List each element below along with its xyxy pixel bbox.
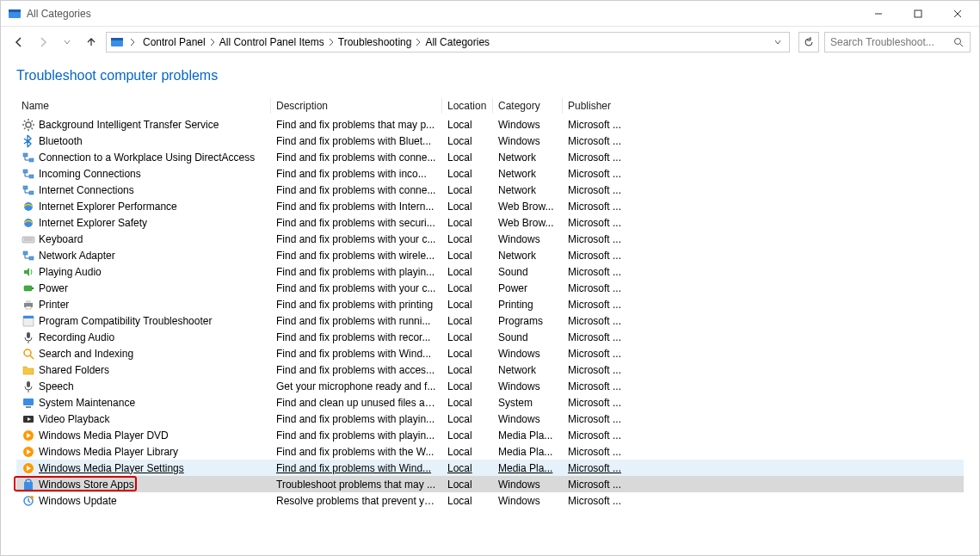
- row-name: Recording Audio: [39, 331, 114, 343]
- row-publisher: Microsoft ...: [563, 233, 627, 245]
- row-publisher: Microsoft ...: [563, 380, 627, 392]
- table-row[interactable]: Shared FoldersFind and fix problems with…: [16, 361, 964, 378]
- up-button[interactable]: [82, 33, 101, 52]
- table-row[interactable]: Playing AudioFind and fix problems with …: [16, 263, 964, 280]
- row-name: Bluetooth: [39, 135, 83, 147]
- row-description: Find and fix problems with securi...: [271, 217, 442, 229]
- row-category: System: [493, 397, 563, 409]
- table-row[interactable]: PrinterFind and fix problems with printi…: [16, 296, 964, 312]
- row-location: Local: [442, 201, 493, 213]
- breadcrumb: Control PanelAll Control Panel ItemsTrou…: [141, 36, 767, 48]
- row-location: Local: [442, 462, 493, 474]
- row-name: Internet Explorer Performance: [39, 201, 177, 213]
- svg-rect-35: [26, 300, 31, 303]
- table-row[interactable]: KeyboardFind and fix problems with your …: [16, 231, 964, 247]
- table-row[interactable]: Windows Store AppsTroubleshoot problems …: [16, 476, 964, 492]
- row-name: Keyboard: [39, 233, 83, 245]
- table-row[interactable]: Video PlaybackFind and fix problems with…: [16, 411, 964, 427]
- row-description: Find and fix problems with conne...: [271, 184, 442, 196]
- refresh-button[interactable]: [798, 32, 819, 53]
- address-bar[interactable]: Control PanelAll Control Panel ItemsTrou…: [106, 32, 790, 53]
- table-row[interactable]: Windows Media Player LibraryFind and fix…: [16, 443, 964, 460]
- table-row[interactable]: BluetoothFind and fix problems with Blue…: [16, 133, 964, 149]
- svg-rect-32: [24, 286, 32, 291]
- row-description: Find and fix problems with playin...: [271, 266, 442, 278]
- row-location: Local: [442, 299, 493, 311]
- table-row[interactable]: Internet Explorer SafetyFind and fix pro…: [16, 214, 964, 231]
- svg-line-17: [24, 127, 26, 129]
- search-input[interactable]: Search Troubleshoot...: [824, 32, 971, 53]
- svg-rect-1: [9, 9, 21, 12]
- row-name: Internet Connections: [39, 184, 134, 196]
- row-name: Program Compatibility Troubleshooter: [39, 315, 212, 327]
- recent-dropdown[interactable]: [58, 33, 77, 52]
- table-row[interactable]: System MaintenanceFind and clean up unus…: [16, 394, 964, 411]
- row-publisher: Microsoft ...: [563, 446, 627, 458]
- row-description: Find and fix problems with playin...: [271, 429, 442, 442]
- table-row[interactable]: PowerFind and fix problems with your c..…: [16, 280, 964, 296]
- row-publisher: Microsoft ...: [563, 201, 627, 213]
- header-description[interactable]: Description: [271, 98, 442, 114]
- network-icon: [22, 167, 35, 181]
- breadcrumb-item[interactable]: All Control Panel Items: [218, 36, 326, 48]
- breadcrumb-item[interactable]: Troubleshooting: [336, 36, 414, 48]
- chevron-right-icon[interactable]: [127, 38, 138, 46]
- close-button[interactable]: [938, 2, 977, 26]
- table-row[interactable]: Recording AudioFind and fix problems wit…: [16, 329, 964, 345]
- table-row[interactable]: Connection to a Workplace Using DirectAc…: [16, 149, 964, 165]
- header-category[interactable]: Category: [493, 98, 563, 114]
- svg-point-8: [955, 39, 961, 45]
- row-location: Local: [442, 429, 493, 442]
- address-dropdown-icon[interactable]: [770, 38, 786, 46]
- svg-rect-22: [29, 175, 34, 178]
- minimize-button[interactable]: [859, 2, 898, 26]
- svg-rect-38: [23, 316, 34, 318]
- chevron-right-icon[interactable]: [207, 38, 218, 46]
- svg-rect-30: [23, 251, 28, 255]
- svg-point-10: [26, 122, 31, 127]
- table-row[interactable]: Program Compatibility TroubleshooterFind…: [16, 312, 964, 329]
- breadcrumb-item[interactable]: Control Panel: [141, 36, 207, 48]
- mic-icon: [22, 331, 35, 344]
- svg-line-9: [960, 44, 963, 46]
- row-name: Background Intelligent Transfer Service: [39, 119, 219, 131]
- table-row[interactable]: Windows Media Player SettingsFind and fi…: [16, 460, 964, 476]
- row-category: Windows: [493, 479, 563, 491]
- table-row[interactable]: Network AdapterFind and fix problems wit…: [16, 247, 964, 263]
- row-description: Find and fix problems with Wind...: [271, 462, 442, 474]
- svg-rect-31: [29, 256, 34, 260]
- row-name: Windows Media Player Library: [39, 446, 178, 458]
- table-row[interactable]: Windows Media Player DVDFind and fix pro…: [16, 427, 964, 443]
- row-location: Local: [442, 266, 493, 278]
- table-row[interactable]: Windows UpdateResolve problems that prev…: [16, 492, 964, 509]
- row-publisher: Microsoft ...: [563, 250, 627, 262]
- row-publisher: Microsoft ...: [563, 315, 627, 327]
- table-row[interactable]: SpeechGet your microphone ready and f...…: [16, 378, 964, 394]
- maximize-button[interactable]: [898, 2, 938, 26]
- window-title: All Categories: [27, 8, 859, 20]
- header-name[interactable]: Name: [16, 98, 271, 114]
- table-row[interactable]: Internet Explorer PerformanceFind and fi…: [16, 198, 964, 214]
- row-name: Shared Folders: [39, 364, 109, 376]
- table-row[interactable]: Search and IndexingFind and fix problems…: [16, 345, 964, 361]
- header-publisher[interactable]: Publisher: [563, 98, 627, 114]
- row-category: Network: [493, 364, 563, 376]
- back-button[interactable]: [9, 33, 28, 52]
- header-location[interactable]: Location: [442, 98, 493, 114]
- chevron-right-icon[interactable]: [413, 38, 423, 46]
- chevron-right-icon[interactable]: [326, 38, 336, 46]
- row-publisher: Microsoft ...: [563, 184, 627, 196]
- table-row[interactable]: Internet ConnectionsFind and fix problem…: [16, 182, 964, 198]
- breadcrumb-item[interactable]: All Categories: [423, 36, 491, 48]
- row-description: Resolve problems that prevent yo...: [271, 495, 442, 507]
- row-location: Local: [442, 380, 493, 392]
- svg-point-40: [24, 349, 31, 356]
- table-row[interactable]: Incoming ConnectionsFind and fix problem…: [16, 165, 964, 182]
- row-description: Find and fix problems with your c...: [271, 233, 442, 245]
- row-category: Windows: [493, 233, 563, 245]
- row-category: Windows: [493, 380, 563, 392]
- table-row[interactable]: Background Intelligent Transfer ServiceF…: [16, 116, 964, 133]
- row-name: Internet Explorer Safety: [39, 217, 147, 229]
- svg-rect-49: [24, 482, 33, 490]
- forward-button[interactable]: [34, 33, 52, 52]
